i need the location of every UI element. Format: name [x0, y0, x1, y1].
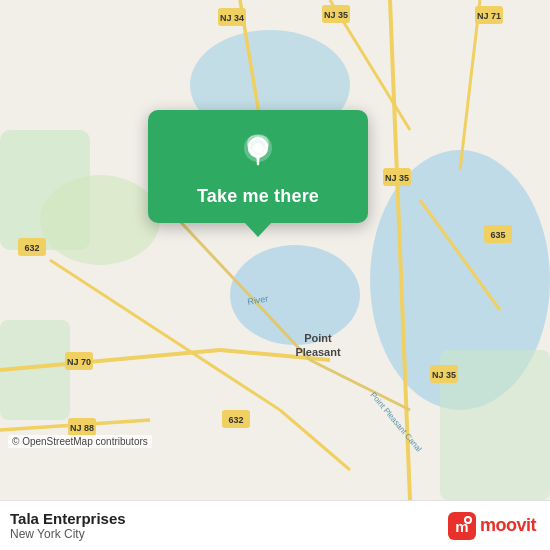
svg-text:NJ 70: NJ 70 — [67, 357, 91, 367]
svg-point-7 — [40, 175, 160, 265]
svg-text:NJ 35: NJ 35 — [324, 10, 348, 20]
svg-text:NJ 35: NJ 35 — [385, 173, 409, 183]
moovit-brand-icon: m — [448, 512, 476, 540]
svg-text:NJ 34: NJ 34 — [220, 13, 244, 23]
svg-text:NJ 88: NJ 88 — [70, 423, 94, 433]
svg-text:632: 632 — [24, 243, 39, 253]
place-location: New York City — [10, 527, 126, 541]
moovit-logo: m moovit — [448, 512, 536, 540]
svg-text:NJ 35: NJ 35 — [432, 370, 456, 380]
svg-text:632: 632 — [228, 415, 243, 425]
svg-text:Point: Point — [304, 332, 332, 344]
svg-text:Pleasant: Pleasant — [295, 346, 341, 358]
svg-text:NJ 71: NJ 71 — [477, 11, 501, 21]
svg-point-53 — [466, 518, 470, 522]
svg-text:635: 635 — [490, 230, 505, 240]
map-background: NJ 34 NJ 35 NJ 71 NJ 35 635 NJ 35 NJ 70 … — [0, 0, 550, 500]
take-me-there-label: Take me there — [197, 186, 319, 207]
place-title: Tala Enterprises — [10, 510, 126, 527]
moovit-text-label: moovit — [480, 515, 536, 536]
footer-info: Tala Enterprises New York City — [10, 510, 126, 541]
svg-point-48 — [255, 144, 262, 151]
footer-bar: Tala Enterprises New York City m moovit — [0, 500, 550, 550]
map-pin-icon — [234, 128, 282, 176]
map-container: NJ 34 NJ 35 NJ 71 NJ 35 635 NJ 35 NJ 70 … — [0, 0, 550, 500]
popup-card[interactable]: Take me there — [148, 110, 368, 223]
osm-attribution: © OpenStreetMap contributors — [8, 435, 152, 448]
